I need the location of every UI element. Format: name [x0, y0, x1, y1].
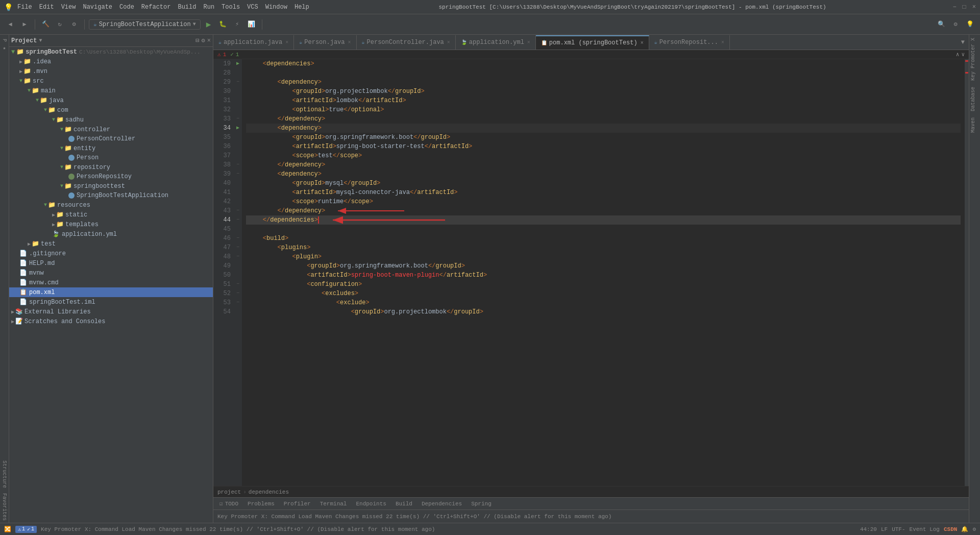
debug-btn[interactable]: 🐛 [217, 18, 229, 31]
menu-run[interactable]: Run [200, 3, 217, 12]
tab-person-java-close[interactable]: × [348, 40, 351, 45]
tab-profiler[interactable]: Profiler [280, 500, 315, 508]
tab-application-java-close[interactable]: × [285, 40, 288, 45]
tab-person-controller-java[interactable]: ☕ PersonController.java × [357, 35, 456, 50]
spring-app-file[interactable]: SpringBootTestApplication [9, 191, 213, 200]
person-controller-file[interactable]: PersonController [9, 134, 213, 143]
person-repository-file[interactable]: PersonRepositoy [9, 172, 213, 181]
sadhu-folder[interactable]: ▼ 📁 sadhu [9, 115, 213, 125]
menu-navigate[interactable]: Navigate [80, 3, 115, 12]
tab-pom-xml-close[interactable]: × [641, 40, 644, 46]
tab-application-java[interactable]: ☕ application.java × [213, 35, 294, 50]
search-everywhere-btn[interactable]: 🔍 [935, 18, 947, 31]
tree-collapse-btn[interactable]: ⊟ [195, 37, 199, 44]
tabs-overflow-btn[interactable]: ▼ [957, 39, 969, 46]
key-promoter-panel-btn[interactable]: Key Promoter X [969, 35, 980, 84]
profile-btn[interactable]: 📊 [246, 18, 258, 31]
java-folder[interactable]: ▼ 📁 java [9, 95, 213, 105]
settings2-btn[interactable]: ⚙ [949, 18, 962, 31]
run-with-coverage-btn[interactable]: ⚡ [231, 18, 243, 31]
run-configuration[interactable]: ☕ SpringBootTestApplication ▼ [89, 19, 201, 30]
run-btn[interactable]: ▶ [203, 18, 215, 31]
static-folder[interactable]: ▶ 📁 static [9, 210, 213, 220]
tab-endpoints[interactable]: Endpoints [352, 500, 390, 508]
tree-root-item[interactable]: ▼ 📁 springBootTest C:\Users\13288\Deskto… [9, 47, 213, 57]
springboottest-iml-file[interactable]: 📄 springBootTest.iml [9, 297, 213, 307]
todo-badge[interactable]: ⚠1 ✓1 [15, 526, 37, 533]
build-project-btn[interactable]: 🔨 [39, 18, 52, 31]
scratches-consoles[interactable]: ▶ 📝 Scratches and Consoles [9, 317, 213, 326]
project-dropdown[interactable]: ▼ [39, 38, 42, 43]
favorites-btn[interactable]: Favorites [1, 491, 8, 523]
back-btn[interactable]: ◀ [4, 18, 16, 31]
forward-btn[interactable]: ▶ [18, 18, 31, 31]
tab-application-yml[interactable]: 🍃 application.yml × [456, 35, 536, 50]
mvnw-cmd-file[interactable]: 📄 mvnw.cmd [9, 278, 213, 287]
tree-close-btn[interactable]: × [207, 37, 211, 44]
application-yml-file[interactable]: 🍃 application.yml [9, 229, 213, 239]
encoding[interactable]: UTF- [892, 526, 905, 532]
repository-folder[interactable]: ▼ 📁 repository [9, 162, 213, 172]
menu-edit[interactable]: Edit [36, 3, 57, 12]
pom-xml-file[interactable]: 📋 pom.xml [9, 287, 213, 297]
tab-build[interactable]: Build [391, 500, 416, 508]
idea-folder[interactable]: ▶ 📁 .idea [9, 57, 213, 66]
breadcrumb-project[interactable]: project [217, 489, 241, 495]
menu-file[interactable]: File [14, 3, 35, 12]
project-tool-btn[interactable]: P [1, 37, 8, 44]
com-folder[interactable]: ▼ 📁 com [9, 105, 213, 115]
database-panel-btn[interactable]: Database [969, 84, 980, 114]
external-libraries[interactable]: ▶ 📚 External Libraries [9, 307, 213, 317]
menu-vcs[interactable]: VCS [244, 3, 261, 12]
help-file[interactable]: 📄 HELP.md [9, 258, 213, 268]
git-icon[interactable]: 🔀 [4, 526, 11, 532]
menu-tools[interactable]: Tools [218, 3, 243, 12]
src-folder[interactable]: ▼ 📁 src [9, 76, 213, 86]
line-separator[interactable]: LF [881, 526, 888, 532]
menu-build[interactable]: Build [175, 3, 199, 12]
event-log-btn[interactable]: Event Log [910, 526, 940, 532]
tab-pom-xml[interactable]: 📋 pom.xml (springBootTest) × [536, 35, 649, 50]
test-folder[interactable]: ▶ 📁 test [9, 239, 213, 249]
tab-person-repository-close[interactable]: × [721, 40, 724, 45]
sync-btn[interactable]: ↻ [54, 18, 66, 31]
tab-spring[interactable]: Spring [467, 500, 496, 508]
code-editor[interactable]: <dependencies> <dependency> <groupId>org… [242, 59, 965, 486]
controller-folder[interactable]: ▼ 📁 controller [9, 125, 213, 134]
mvn-folder[interactable]: ▶ 📁 .mvn [9, 66, 213, 76]
tab-application-yml-close[interactable]: × [527, 40, 530, 45]
menu-window[interactable]: Window [262, 3, 290, 12]
tab-person-repository[interactable]: ☕ PersonReposit... × [649, 35, 730, 50]
bottom-tab-bar[interactable]: ☑ TODO Problems Profiler Terminal Endpoi… [213, 498, 969, 510]
mvnw-file[interactable]: 📄 mvnw [9, 268, 213, 278]
maven-panel-btn[interactable]: Maven [969, 114, 980, 136]
tab-problems[interactable]: Problems [243, 500, 279, 508]
tab-person-controller-close[interactable]: × [447, 40, 450, 45]
settings-btn[interactable]: ⚙ [68, 18, 80, 31]
tree-options-btn[interactable]: ⚙ [202, 37, 205, 44]
springboottest-folder[interactable]: ▼ 📁 springboottest [9, 181, 213, 191]
entity-folder[interactable]: ▼ 📁 entity [9, 143, 213, 153]
structure-btn[interactable]: Structure [1, 458, 8, 490]
maximize-btn[interactable]: □ [963, 4, 966, 11]
menu-bar[interactable]: File Edit View Navigate Code Refactor Bu… [14, 3, 312, 12]
menu-code[interactable]: Code [116, 3, 137, 12]
minimize-btn[interactable]: − [952, 4, 956, 11]
breadcrumb-dependencies[interactable]: dependencies [249, 489, 289, 495]
tab-person-java[interactable]: ☕ Person.java × [294, 35, 356, 50]
tab-todo[interactable]: ☑ TODO [215, 499, 242, 508]
menu-refactor[interactable]: Refactor [138, 3, 174, 12]
main-folder[interactable]: ▼ 📁 main [9, 86, 213, 95]
gitignore-file[interactable]: 📄 .gitignore [9, 249, 213, 258]
collapse-btn[interactable]: ∨ [961, 51, 965, 58]
templates-folder[interactable]: ▶ 📁 templates [9, 220, 213, 229]
resources-folder[interactable]: ▼ 📁 resources [9, 200, 213, 210]
expand-btn[interactable]: ∧ [956, 51, 960, 58]
person-file[interactable]: Person [9, 153, 213, 162]
tab-dependencies[interactable]: Dependencies [418, 500, 466, 508]
close-btn[interactable]: × [972, 4, 976, 11]
ide-icon[interactable]: 💡 [964, 18, 976, 31]
window-controls[interactable]: − □ × [952, 4, 976, 11]
menu-view[interactable]: View [58, 3, 79, 12]
tab-terminal[interactable]: Terminal [316, 500, 351, 508]
